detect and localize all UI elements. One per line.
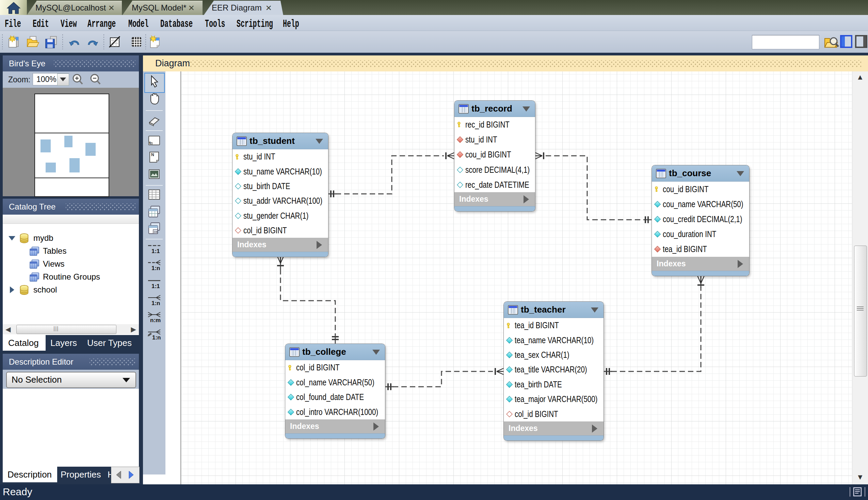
svg-text:1:1: 1:1 (152, 283, 160, 289)
svg-text:1:n: 1:n (152, 334, 161, 341)
svg-text:N: N (151, 152, 154, 157)
svg-text:DB: DB (154, 230, 158, 234)
svg-text:n:m: n:m (150, 317, 161, 323)
svg-text:1:n: 1:n (152, 300, 160, 306)
svg-text:1:n: 1:n (152, 265, 160, 271)
svg-text:L: L (149, 141, 152, 145)
svg-text:1:1: 1:1 (152, 248, 160, 254)
